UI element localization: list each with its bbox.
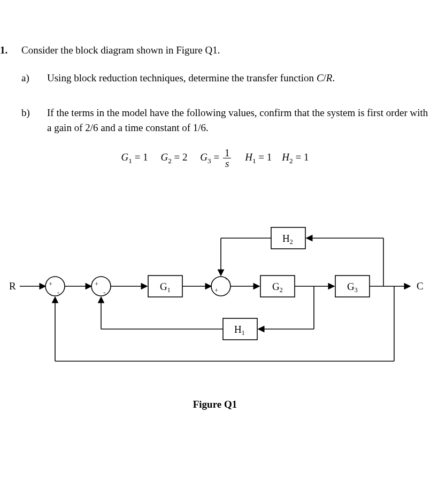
part-a-text: Using block reduction techniques, determ… (47, 71, 430, 86)
page: 1. Consider the block diagram shown in F… (0, 0, 446, 432)
eq-g3: G3 = 1s (200, 151, 235, 163)
part-a-label: a) (0, 71, 47, 86)
part-b-label: b) (0, 105, 47, 135)
eq-h1: H1 = 1 (245, 151, 272, 163)
input-label: R (9, 280, 16, 292)
block-g3-label: G3 (347, 281, 358, 294)
eq-g1: G1 = 1 (121, 151, 148, 163)
question-stem: Consider the block diagram shown in Figu… (21, 43, 430, 58)
part-b-row: b) If the terms in the model have the fo… (0, 105, 430, 135)
eq-h2: H2 = 1 (282, 151, 309, 163)
sum1-plus: + (49, 280, 52, 288)
sum1-minus: - (57, 288, 59, 296)
question-stem-row: 1. Consider the block diagram shown in F… (0, 43, 430, 58)
part-b-text: If the terms in the model have the follo… (47, 105, 430, 135)
block-g2-label: G2 (272, 281, 283, 294)
equation-line: G1 = 1 G2 = 2 G3 = 1s H1 = 1 H2 = 1 (0, 148, 430, 169)
block-diagram: R + - + - G1 + - (0, 201, 430, 383)
question-number: 1. (0, 43, 21, 58)
block-h2-label: H2 (282, 233, 293, 246)
part-a-row: a) Using block reduction techniques, det… (0, 71, 430, 86)
eq-g2: G2 = 2 (160, 151, 187, 163)
eq-g3-num: 1 (223, 148, 232, 158)
figure-caption: Figure Q1 (0, 399, 430, 410)
sum3-plus: + (214, 286, 218, 294)
sum2-minus: - (103, 288, 105, 296)
block-h1-label: H1 (234, 324, 245, 337)
eq-g3-den: s (223, 158, 232, 169)
block-g1-label: G1 (160, 281, 171, 294)
sum3-minus: - (225, 274, 227, 282)
output-label: C (417, 280, 424, 292)
sum2-plus: + (95, 280, 98, 288)
